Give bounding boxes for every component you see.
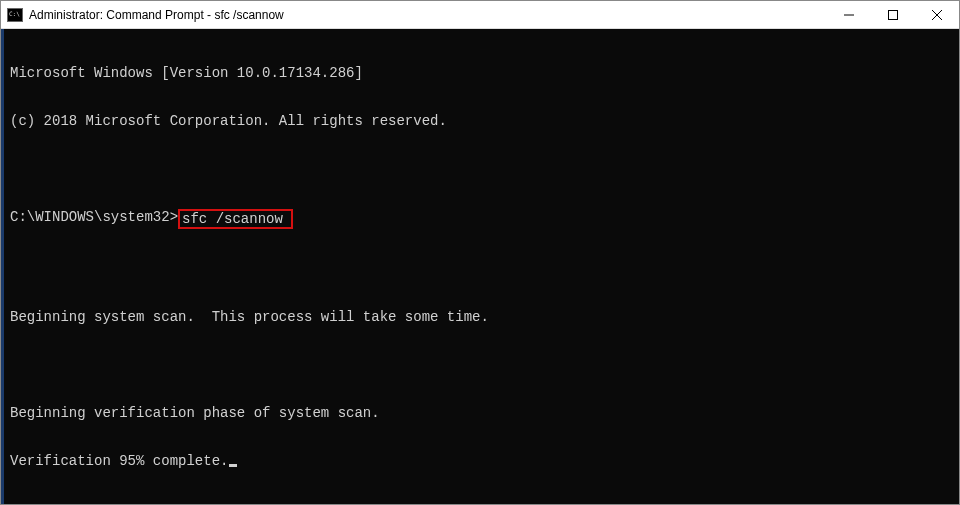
scan-begin-line: Beginning system scan. This process will… bbox=[10, 309, 953, 325]
titlebar[interactable]: Administrator: Command Prompt - sfc /sca… bbox=[1, 1, 959, 29]
command-highlight: sfc /scannow bbox=[178, 209, 293, 229]
version-line: Microsoft Windows [Version 10.0.17134.28… bbox=[10, 65, 953, 81]
progress-text: Verification 95% complete. bbox=[10, 453, 228, 469]
close-icon bbox=[932, 10, 942, 20]
copyright-line: (c) 2018 Microsoft Corporation. All righ… bbox=[10, 113, 953, 129]
blank-line bbox=[10, 357, 953, 373]
cursor bbox=[229, 464, 237, 467]
window-controls bbox=[827, 1, 959, 28]
maximize-icon bbox=[888, 10, 898, 20]
cmd-icon bbox=[7, 8, 23, 22]
maximize-button[interactable] bbox=[871, 1, 915, 28]
blank-line bbox=[10, 261, 953, 277]
prompt-line: C:\WINDOWS\system32>sfc /scannow bbox=[10, 209, 953, 229]
prompt-text: C:\WINDOWS\system32> bbox=[10, 209, 178, 225]
progress-line: Verification 95% complete. bbox=[10, 453, 953, 469]
minimize-button[interactable] bbox=[827, 1, 871, 28]
minimize-icon bbox=[844, 10, 854, 20]
blank-line bbox=[10, 161, 953, 177]
command-text: sfc /scannow bbox=[182, 211, 283, 227]
command-prompt-window: Administrator: Command Prompt - sfc /sca… bbox=[0, 0, 960, 505]
window-title: Administrator: Command Prompt - sfc /sca… bbox=[29, 8, 827, 22]
close-button[interactable] bbox=[915, 1, 959, 28]
svg-rect-1 bbox=[889, 10, 898, 19]
verify-begin-line: Beginning verification phase of system s… bbox=[10, 405, 953, 421]
terminal-area[interactable]: Microsoft Windows [Version 10.0.17134.28… bbox=[1, 29, 959, 504]
